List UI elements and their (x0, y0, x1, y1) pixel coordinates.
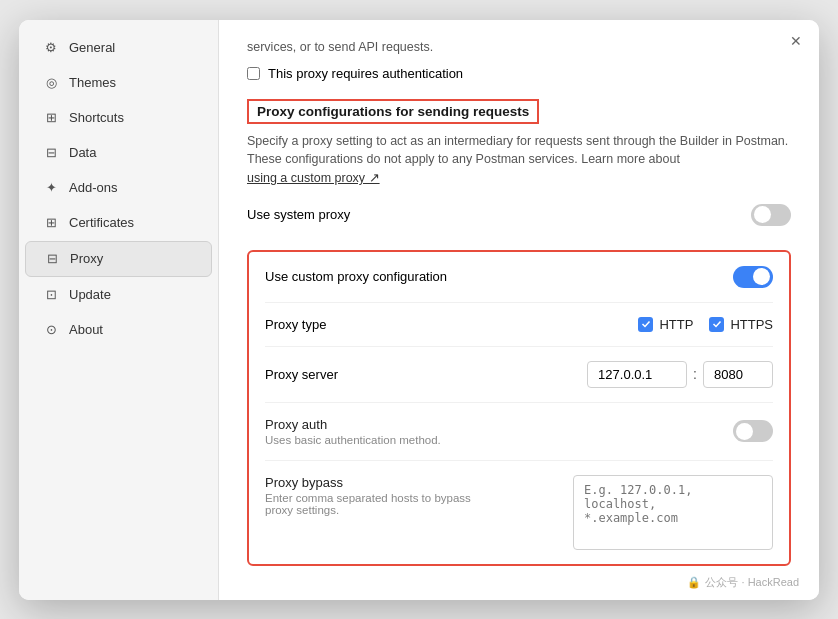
http-option: HTTP (638, 317, 693, 332)
custom-proxy-slider (733, 266, 773, 288)
gear-icon: ⚙ (43, 40, 59, 56)
sidebar: ⚙ General ◎ Themes ⊞ Shortcuts ⊟ Data ✦ … (19, 20, 219, 600)
sidebar-item-label: Certificates (69, 215, 134, 230)
sidebar-item-label: Proxy (70, 251, 103, 266)
update-icon: ⊡ (43, 287, 59, 303)
sidebar-item-certificates[interactable]: ⊞ Certificates (25, 206, 212, 240)
sidebar-item-general[interactable]: ⚙ General (25, 31, 212, 65)
data-icon: ⊟ (43, 145, 59, 161)
custom-proxy-box: Use custom proxy configuration Proxy typ… (247, 250, 791, 566)
system-proxy-toggle[interactable] (751, 204, 791, 226)
http-checkbox[interactable] (638, 317, 653, 332)
proxy-port-input[interactable] (703, 361, 773, 388)
proxy-bypass-sublabel: Enter comma separated hosts to bypass pr… (265, 492, 495, 516)
sidebar-item-about[interactable]: ⊙ About (25, 313, 212, 347)
proxy-auth-label-group: Proxy auth Uses basic authentication met… (265, 417, 441, 446)
auth-checkbox-label: This proxy requires authentication (268, 66, 463, 81)
https-checkmark-icon (712, 319, 722, 329)
sidebar-item-label: Data (69, 145, 96, 160)
section-header: Proxy configurations for sending request… (247, 99, 539, 124)
proxy-auth-row: Proxy auth Uses basic authentication met… (265, 403, 773, 461)
sidebar-item-label: Add-ons (69, 180, 117, 195)
sidebar-item-shortcuts[interactable]: ⊞ Shortcuts (25, 101, 212, 135)
server-inputs: : (587, 361, 773, 388)
proxy-bypass-textarea[interactable] (573, 475, 773, 550)
sidebar-item-label: General (69, 40, 115, 55)
close-button[interactable]: ✕ (787, 32, 805, 50)
shortcuts-icon: ⊞ (43, 110, 59, 126)
watermark: 🔒 公众号 · HackRead (687, 575, 799, 590)
system-proxy-row: Use system proxy (247, 192, 791, 238)
proxy-auth-label: Proxy auth (265, 417, 441, 432)
proxy-auth-slider (733, 420, 773, 442)
proxy-server-row: Proxy server : (265, 347, 773, 403)
proxy-server-label: Proxy server (265, 367, 338, 382)
custom-proxy-toggle[interactable] (733, 266, 773, 288)
custom-proxy-link[interactable]: using a custom proxy ↗ (247, 171, 380, 185)
top-text: services, or to send API requests. (247, 40, 791, 54)
https-checkbox[interactable] (709, 317, 724, 332)
sidebar-item-data[interactable]: ⊟ Data (25, 136, 212, 170)
certificates-icon: ⊞ (43, 215, 59, 231)
proxy-host-input[interactable] (587, 361, 687, 388)
system-proxy-slider (751, 204, 791, 226)
https-option: HTTPS (709, 317, 773, 332)
watermark-text: 公众号 · HackRead (705, 575, 799, 590)
watermark-icon: 🔒 (687, 576, 701, 589)
settings-window: ✕ ⚙ General ◎ Themes ⊞ Shortcuts ⊟ Data … (19, 20, 819, 600)
sidebar-item-label: Themes (69, 75, 116, 90)
sidebar-item-label: Update (69, 287, 111, 302)
system-proxy-label: Use system proxy (247, 207, 350, 222)
main-content: services, or to send API requests. This … (219, 20, 819, 600)
https-label: HTTPS (730, 317, 773, 332)
proxy-bypass-label: Proxy bypass (265, 475, 495, 490)
proxy-auth-sublabel: Uses basic authentication method. (265, 434, 441, 446)
sidebar-item-label: Shortcuts (69, 110, 124, 125)
proxy-bypass-label-group: Proxy bypass Enter comma separated hosts… (265, 475, 495, 516)
auth-checkbox[interactable] (247, 67, 260, 80)
proxy-auth-toggle[interactable] (733, 420, 773, 442)
sidebar-item-label: About (69, 322, 103, 337)
http-checkmark-icon (641, 319, 651, 329)
sidebar-item-themes[interactable]: ◎ Themes (25, 66, 212, 100)
proxy-icon: ⊟ (44, 251, 60, 267)
about-icon: ⊙ (43, 322, 59, 338)
description-text: Specify a proxy setting to act as an int… (247, 132, 791, 188)
sidebar-item-update[interactable]: ⊡ Update (25, 278, 212, 312)
proxy-type-options: HTTP HTTPS (638, 317, 773, 332)
sidebar-item-addons[interactable]: ✦ Add-ons (25, 171, 212, 205)
themes-icon: ◎ (43, 75, 59, 91)
http-label: HTTP (659, 317, 693, 332)
proxy-bypass-row: Proxy bypass Enter comma separated hosts… (265, 461, 773, 564)
auth-checkbox-row: This proxy requires authentication (247, 66, 791, 81)
proxy-type-row: Proxy type HTTP (265, 303, 773, 347)
sidebar-item-proxy[interactable]: ⊟ Proxy (25, 241, 212, 277)
colon-separator: : (693, 366, 697, 382)
addons-icon: ✦ (43, 180, 59, 196)
custom-proxy-row: Use custom proxy configuration (265, 252, 773, 303)
custom-proxy-label: Use custom proxy configuration (265, 269, 447, 284)
proxy-type-label: Proxy type (265, 317, 326, 332)
